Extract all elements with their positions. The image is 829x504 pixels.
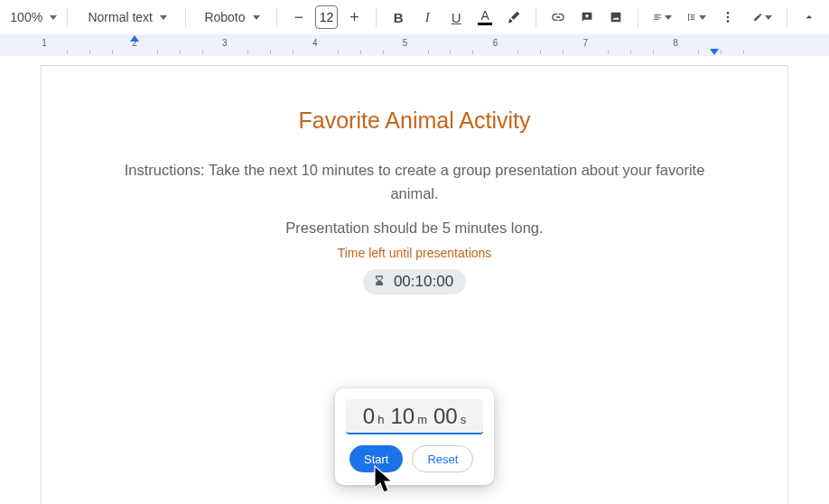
ruler-tick bbox=[608, 51, 609, 54]
underline-button[interactable]: U bbox=[443, 5, 469, 30]
chevron-down-icon bbox=[765, 15, 772, 20]
timer-seconds-unit: s bbox=[461, 414, 467, 425]
svg-point-2 bbox=[726, 20, 729, 23]
timer-minutes-value: 10 bbox=[390, 406, 414, 427]
more-toolbar-button[interactable] bbox=[715, 5, 741, 30]
decrease-font-size-button[interactable]: − bbox=[286, 5, 312, 30]
italic-button[interactable]: I bbox=[414, 5, 440, 30]
ruler-number: 4 bbox=[312, 38, 318, 48]
chevron-down-icon bbox=[253, 15, 260, 20]
document-title[interactable]: Favorite Animal Activity bbox=[107, 107, 722, 134]
ruler-tick bbox=[112, 51, 113, 54]
comment-plus-icon bbox=[580, 9, 594, 25]
paragraph-style-value: Normal text bbox=[88, 10, 153, 24]
font-size-input[interactable]: 12 bbox=[315, 5, 339, 29]
ruler-tick bbox=[517, 51, 518, 54]
ruler-number: 8 bbox=[673, 38, 678, 48]
timer-hours-value: 0 bbox=[363, 406, 375, 427]
ruler[interactable]: 12345678 bbox=[0, 34, 829, 56]
timer-display-input[interactable]: 0 h 10 m 00 s bbox=[346, 399, 483, 434]
ruler-tick bbox=[540, 51, 541, 54]
document-paragraph[interactable]: Presentation should be 5 minutes long. bbox=[107, 219, 722, 237]
ruler-tick bbox=[270, 51, 271, 54]
ruler-tick bbox=[247, 51, 248, 54]
hourglass-icon bbox=[372, 274, 387, 290]
align-dropdown[interactable] bbox=[647, 5, 678, 30]
right-indent-marker[interactable] bbox=[710, 49, 719, 55]
ruler-number: 5 bbox=[403, 38, 408, 48]
editing-mode-dropdown[interactable] bbox=[748, 5, 778, 30]
chevron-down-icon bbox=[665, 15, 672, 20]
timer-hours-unit: h bbox=[377, 414, 384, 425]
ruler-tick bbox=[360, 51, 361, 54]
start-button[interactable]: Start bbox=[349, 445, 403, 472]
chevron-down-icon bbox=[699, 15, 706, 20]
font-size-value: 12 bbox=[320, 10, 334, 24]
ruler-tick bbox=[180, 51, 181, 54]
ruler-tick bbox=[450, 51, 451, 54]
more-vertical-icon bbox=[721, 9, 735, 25]
separator bbox=[787, 7, 787, 27]
link-icon bbox=[551, 9, 565, 25]
separator bbox=[185, 7, 186, 27]
document-area: Favorite Animal Activity Instructions: T… bbox=[0, 56, 829, 504]
ruler-tick bbox=[157, 51, 158, 54]
ruler-tick bbox=[428, 51, 429, 54]
ruler-tick bbox=[383, 51, 384, 54]
svg-point-0 bbox=[726, 12, 729, 14]
text-color-swatch bbox=[478, 23, 492, 25]
ruler-tick bbox=[338, 51, 339, 54]
increase-font-size-button[interactable]: + bbox=[341, 5, 367, 30]
expand-toolbar-button[interactable] bbox=[796, 5, 822, 30]
ruler-tick bbox=[67, 51, 68, 54]
ruler-number: 1 bbox=[42, 38, 47, 48]
highlight-color-button[interactable] bbox=[501, 5, 526, 30]
ruler-number: 3 bbox=[222, 38, 228, 48]
separator bbox=[638, 7, 638, 27]
timer-seconds-value: 00 bbox=[433, 406, 458, 427]
chevron-down-icon bbox=[50, 15, 57, 20]
insert-link-button[interactable] bbox=[545, 5, 571, 30]
paragraph-style-dropdown[interactable]: Normal text bbox=[77, 5, 176, 30]
separator bbox=[536, 7, 536, 27]
text-color-button[interactable]: A bbox=[472, 5, 498, 30]
font-family-value: Roboto bbox=[204, 10, 245, 24]
font-family-dropdown[interactable]: Roboto bbox=[195, 5, 267, 30]
ruler-tick bbox=[472, 51, 473, 54]
highlighter-icon bbox=[507, 9, 521, 25]
ruler-number: 7 bbox=[582, 38, 588, 48]
separator bbox=[276, 7, 277, 27]
timer-popover: 0 h 10 m 00 s Start Reset bbox=[335, 388, 494, 485]
align-left-icon bbox=[653, 9, 663, 25]
svg-point-1 bbox=[726, 16, 729, 19]
chevron-up-icon bbox=[802, 10, 816, 24]
ruler-tick bbox=[202, 51, 203, 54]
ruler-tick bbox=[630, 51, 631, 54]
zoom-value: 100% bbox=[10, 10, 42, 24]
text-color-letter: A bbox=[481, 9, 489, 22]
toolbar: 100% Normal text Roboto − 12 + B I U A bbox=[0, 0, 829, 34]
image-icon bbox=[609, 9, 623, 25]
separator bbox=[376, 7, 377, 27]
zoom-dropdown[interactable]: 100% bbox=[7, 5, 58, 30]
ruler-number: 2 bbox=[132, 38, 137, 48]
ruler-tick bbox=[743, 51, 744, 54]
document-paragraph[interactable]: Instructions: Take the next 10 minutes t… bbox=[107, 159, 722, 205]
timer-chip[interactable]: 00:10:00 bbox=[363, 269, 466, 294]
timer-minutes-unit: m bbox=[417, 414, 427, 425]
ruler-tick bbox=[698, 51, 699, 54]
line-spacing-icon bbox=[686, 9, 696, 25]
timer-chip-value: 00:10:00 bbox=[394, 273, 453, 291]
ruler-tick bbox=[563, 51, 564, 54]
timer-label[interactable]: Time left until presentations bbox=[107, 246, 722, 260]
separator bbox=[67, 7, 68, 27]
ruler-tick bbox=[721, 51, 722, 54]
add-comment-button[interactable] bbox=[574, 5, 600, 30]
reset-button[interactable]: Reset bbox=[412, 445, 473, 472]
line-spacing-dropdown[interactable] bbox=[681, 5, 712, 30]
chevron-down-icon bbox=[160, 15, 167, 20]
insert-image-button[interactable] bbox=[603, 5, 629, 30]
ruler-tick bbox=[293, 51, 293, 54]
ruler-number: 6 bbox=[493, 38, 498, 48]
bold-button[interactable]: B bbox=[386, 5, 411, 30]
